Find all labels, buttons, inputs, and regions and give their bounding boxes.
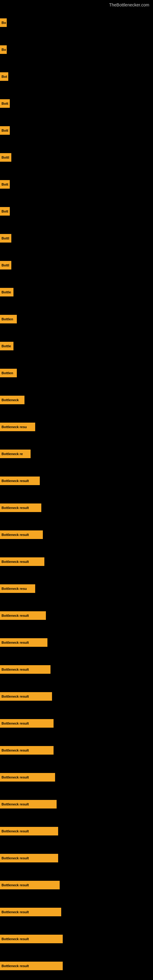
bar-label: Bottleneck result xyxy=(0,854,58,862)
bar-row: Bottleneck result xyxy=(0,899,153,926)
bar-label: Bottleneck result xyxy=(0,611,46,620)
bar-row: Bot xyxy=(0,63,153,90)
bar-label: Bottl xyxy=(0,261,11,269)
bar-row: Bottl xyxy=(0,252,153,279)
bar-row: Bottleneck result xyxy=(0,953,153,979)
bar-row: Bott xyxy=(0,171,153,198)
bar-label: Bottlen xyxy=(0,369,17,377)
bar-label: Bottleneck result xyxy=(0,827,58,835)
bar-label: Bottleneck result xyxy=(0,773,55,781)
bar-label: Bott xyxy=(0,126,10,135)
bar-label: Bottleneck result xyxy=(0,962,63,970)
bar-label: Bottleneck result xyxy=(0,665,51,674)
bar-row: Bottle xyxy=(0,279,153,305)
bar-label: Bottleneck result xyxy=(0,908,61,916)
bar-label: Bo xyxy=(0,45,7,54)
bar-label: Bott xyxy=(0,180,10,189)
bar-row: Bottleneck result xyxy=(0,872,153,899)
bar-row: Bo xyxy=(0,36,153,63)
bar-label: Bottleneck result xyxy=(0,503,41,512)
bar-row: Bottlen xyxy=(0,305,153,332)
bar-row: Bottle xyxy=(0,332,153,360)
site-title: TheBottlenecker.com xyxy=(109,0,153,9)
bar-label: Bottle xyxy=(0,342,13,350)
bar-row: Bottleneck result xyxy=(0,764,153,791)
bar-row: Bottl xyxy=(0,144,153,171)
bar-row: Bott xyxy=(0,90,153,117)
bar-row: Bottleneck result xyxy=(0,602,153,629)
bar-label: Bottleneck result xyxy=(0,530,43,539)
bar-label: Bott xyxy=(0,99,10,108)
bar-label: Bottlen xyxy=(0,315,17,323)
bar-row: Bottleneck result xyxy=(0,818,153,845)
bar-row: Bott xyxy=(0,198,153,225)
bar-label: Bottle xyxy=(0,288,13,296)
bar-row: Bottleneck result xyxy=(0,494,153,521)
bar-row: Bottleneck result xyxy=(0,791,153,818)
bar-label: Bottleneck result xyxy=(0,746,54,755)
bar-row: Bottl xyxy=(0,225,153,252)
bar-label: Bottleneck result xyxy=(0,638,48,647)
bar-label: Bottleneck xyxy=(0,396,24,404)
bar-label: Bottleneck re xyxy=(0,450,30,458)
bar-row: Bottleneck result xyxy=(0,683,153,710)
bar-row: Bottleneck result xyxy=(0,737,153,764)
bar-label: Bot xyxy=(0,72,8,81)
bar-label: Bottleneck result xyxy=(0,477,40,485)
bar-row: Bottleneck resu xyxy=(0,575,153,602)
bar-row: Bottleneck xyxy=(0,387,153,414)
bar-label: Bottleneck result xyxy=(0,557,45,566)
bars-container: BoBoBotBottBottBottlBottBottBottlBottlBo… xyxy=(0,0,153,979)
bar-label: Bottleneck resu xyxy=(0,584,35,593)
bar-label: Bo xyxy=(0,18,7,27)
bar-row: Bottleneck result xyxy=(0,710,153,737)
bar-row: Bottleneck re xyxy=(0,441,153,467)
bar-row: Bottleneck result xyxy=(0,656,153,683)
bar-row: Bottleneck result xyxy=(0,926,153,953)
bar-row: Bo xyxy=(0,9,153,36)
bar-label: Bottleneck result xyxy=(0,881,60,889)
bar-label: Bottleneck result xyxy=(0,800,57,808)
bar-row: Bottleneck result xyxy=(0,467,153,494)
bar-row: Bottleneck result xyxy=(0,548,153,575)
bar-row: Bottleneck result xyxy=(0,521,153,548)
bar-row: Bottleneck result xyxy=(0,629,153,656)
bar-row: Bottleneck result xyxy=(0,845,153,872)
bar-label: Bottleneck resu xyxy=(0,423,35,431)
bar-label: Bott xyxy=(0,207,10,216)
bar-row: Bottleneck resu xyxy=(0,414,153,441)
bar-label: Bottl xyxy=(0,153,11,162)
bar-label: Bottl xyxy=(0,234,11,243)
bar-label: Bottleneck result xyxy=(0,935,63,943)
bar-label: Bottleneck result xyxy=(0,719,54,728)
bar-row: Bott xyxy=(0,117,153,144)
bar-label: Bottleneck result xyxy=(0,692,52,701)
bar-row: Bottlen xyxy=(0,360,153,387)
